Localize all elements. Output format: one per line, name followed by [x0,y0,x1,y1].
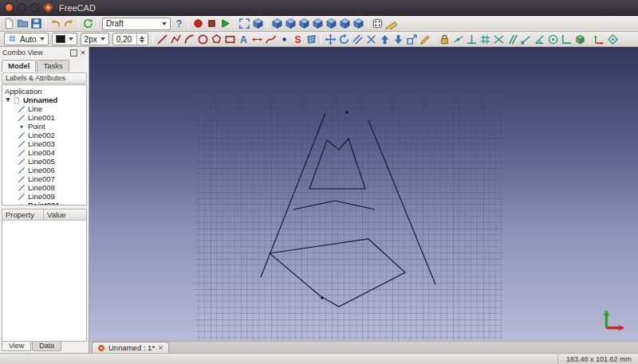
toolbar-separator [368,18,368,29]
snap-grid-icon[interactable] [478,33,492,46]
expander-icon[interactable] [6,98,10,102]
document-icon [12,96,21,104]
save-document-icon[interactable] [30,17,43,30]
working-plane-selector[interactable]: Auto [4,33,49,45]
draft-wire-icon[interactable] [169,33,183,46]
draft-rotate-icon[interactable] [337,33,351,46]
tab-view[interactable]: View [2,342,31,351]
labels-attributes-header[interactable]: Labels & Attributes [2,72,87,84]
tree-item-line004[interactable]: Line004 [2,148,86,157]
tree-item-line009[interactable]: Line009 [2,192,86,201]
spin-up-icon[interactable] [140,36,144,39]
draft-downgrade-icon[interactable] [392,33,405,46]
draft-point-icon[interactable] [278,33,291,46]
view-right-icon[interactable] [311,17,325,30]
draft-arc-icon[interactable] [183,33,196,46]
view-bottom-icon[interactable] [338,17,352,30]
status-bar: 183.48 x 101.62 mm [0,353,638,364]
draft-offset-icon[interactable] [351,33,364,46]
snap-intersection-icon[interactable] [492,33,506,46]
document-tab[interactable]: Unnamed : 1* [92,342,169,353]
tree-item-line007[interactable]: Line007 [2,174,86,183]
property-column-header[interactable]: Property [2,209,44,220]
toggle-axes-icon[interactable] [593,33,606,46]
workbench-selector[interactable]: Draft [102,18,171,30]
value-column-header[interactable]: Value [44,209,69,220]
tree-item-line005[interactable]: Line005 [2,157,86,166]
snap-endpoint-icon[interactable] [519,33,533,46]
draft-facebinder-icon[interactable] [305,33,318,46]
draft-dimension-icon[interactable] [250,33,264,46]
view-front-icon[interactable] [284,17,297,30]
draft-trimex-icon[interactable] [364,33,378,46]
tree-item-line001[interactable]: Line001 [2,113,86,122]
snap-lock-icon[interactable] [438,33,451,46]
draft-text-icon[interactable] [237,33,250,46]
tab-model[interactable]: Model [2,60,36,72]
random-color-icon[interactable] [371,17,384,30]
draft-upgrade-icon[interactable] [378,33,392,46]
window-maximize-button[interactable] [30,3,39,12]
tree-item-line006[interactable]: Line006 [2,166,86,174]
3d-viewport[interactable] [89,47,638,341]
draft-shapestring-icon[interactable] [291,33,305,46]
tree-item-point[interactable]: Point [2,122,86,131]
open-document-icon[interactable] [16,17,30,30]
fit-all-icon[interactable] [238,17,251,30]
tab-tasks[interactable]: Tasks [37,60,69,72]
spin-down-icon[interactable] [140,40,144,43]
tree-item-line002[interactable]: Line002 [2,131,86,139]
view-isometric-icon[interactable] [270,17,284,30]
line-color-swatch[interactable] [52,33,77,45]
macro-record-icon[interactable] [191,17,205,30]
sketch-point-0[interactable] [345,111,349,114]
draft-circle-icon[interactable] [196,33,210,46]
tree-item-line[interactable]: Line [2,104,86,113]
draft-edit-icon[interactable] [419,33,432,46]
view-left-icon[interactable] [352,17,365,30]
new-document-icon[interactable] [2,17,16,30]
draft-rectangle-icon[interactable] [223,33,237,46]
snap-working-plane-icon[interactable] [573,33,587,46]
close-tab-icon[interactable] [158,345,163,350]
draft-bspline-icon[interactable] [264,33,278,46]
close-panel-icon[interactable] [79,49,86,57]
view-rear-icon[interactable] [325,17,338,30]
float-panel-icon[interactable] [70,49,77,57]
measure-distance-icon[interactable] [384,17,398,30]
macro-stop-icon[interactable] [205,17,219,30]
macro-execute-icon[interactable] [219,17,232,30]
sketch-point-1[interactable] [321,296,324,299]
snap-perpendicular-icon[interactable] [465,33,478,46]
window-close-button[interactable] [5,3,14,12]
draft-scale-icon[interactable] [405,33,419,46]
tree-document-row[interactable]: Unnamed [2,96,86,104]
draft-polygon-icon[interactable] [210,33,223,46]
snap-angle-icon[interactable] [533,33,546,46]
draft-line-icon[interactable] [156,33,169,46]
global-scale-spinbox[interactable]: 0,20 [112,33,148,45]
snap-parallel-icon[interactable] [506,33,519,46]
whats-this-icon[interactable] [172,17,186,30]
chevron-down-icon [162,22,167,25]
scene-canvas[interactable] [89,47,638,341]
tree-item-label: Line006 [28,166,55,174]
redo-icon[interactable] [62,17,76,30]
property-view-tabs: View Data [0,342,89,353]
refresh-icon[interactable] [81,17,95,30]
toggle-snap-icon[interactable] [606,33,620,46]
snap-ortho-icon[interactable] [560,33,573,46]
tab-data[interactable]: Data [32,342,61,351]
draw-style-icon[interactable] [251,17,265,30]
view-top-icon[interactable] [297,17,311,30]
tree-item-line003[interactable]: Line003 [2,139,86,148]
tree-item-line008[interactable]: Line008 [2,183,86,192]
snap-center-icon[interactable] [546,33,560,46]
undo-icon[interactable] [49,17,62,30]
window-minimize-button[interactable] [18,3,26,12]
snap-midpoint-icon[interactable] [451,33,465,46]
draft-move-icon[interactable] [324,33,337,46]
tree-application-root[interactable]: Application [2,86,86,96]
line-width-combo[interactable]: 2px [81,33,109,45]
model-tree: Application Unnamed LineLine001PointLine… [2,84,87,205]
